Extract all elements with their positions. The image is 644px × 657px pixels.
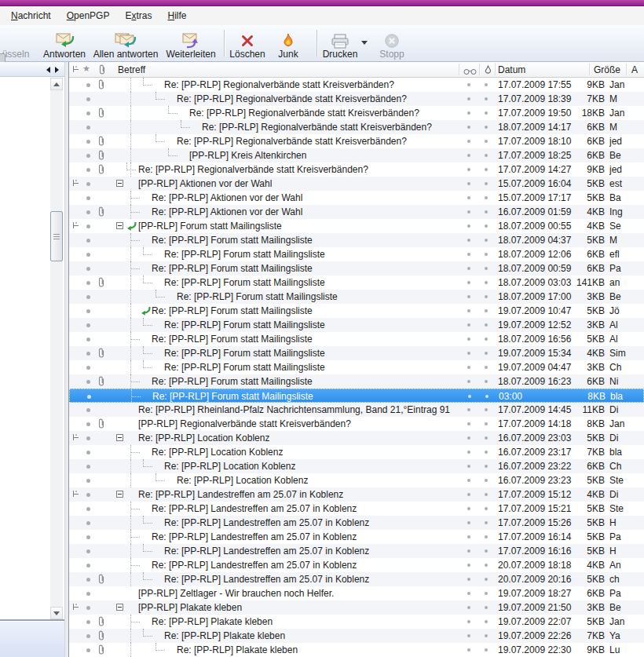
toolbar-button-antworten[interactable]: Antworten (39, 27, 90, 60)
thread-collapse-toggle[interactable] (116, 491, 123, 498)
message-size: 7KB (550, 447, 605, 458)
message-row[interactable]: Re: [PP-RLP] Forum statt Mailingsliste18… (69, 261, 644, 276)
message-row[interactable]: Re: [PP-RLP] Regionalverbände statt Krei… (69, 106, 644, 120)
message-row[interactable]: Re: [PP-RLP] Landestreffen am 25.07 in K… (69, 544, 644, 558)
unread-indicator-dot (86, 634, 90, 638)
message-row[interactable]: Re: [PP-RLP] Landestreffen am 25.07 in K… (69, 487, 644, 502)
message-row[interactable]: [PP-RLP] Plakate kleben19.07.2009 21:503… (69, 600, 644, 615)
read-column-dot (467, 451, 470, 454)
message-row[interactable]: Re: [PP-RLP] Location Koblenz16.07.2009 … (69, 459, 644, 473)
message-row[interactable]: Re: [PP-RLP] Location Koblenz16.07.2009 … (69, 431, 644, 445)
message-row[interactable]: Re: [PP-RLP] Landestreffen am 25.07 in K… (69, 516, 644, 530)
star-icon[interactable]: ★ (82, 64, 90, 74)
thread-connector-icon (143, 459, 152, 467)
message-row[interactable]: Re: [PP-RLP] Forum statt Mailingsliste18… (69, 233, 644, 247)
toolbar-button-drucken[interactable]: Drucken (319, 27, 361, 60)
message-subject: Re: [PP-RLP] Forum statt Mailingsliste (164, 319, 325, 330)
thread-collapse-toggle[interactable] (116, 180, 123, 187)
message-row[interactable]: [PP-RLP] Zeltlager - Wir brauchen noch H… (69, 586, 644, 600)
thread-collapse-toggle[interactable] (116, 222, 123, 229)
message-row[interactable]: Re: [PP-RLP] Forum statt Mailingsliste19… (69, 346, 644, 360)
message-row[interactable]: Re: [PP-RLP] Forum statt Mailingsliste18… (69, 374, 644, 389)
menu-hilfe[interactable]: Hilfe (159, 8, 194, 24)
message-sender: Jan (609, 418, 644, 429)
message-row[interactable]: [PP-RLP] Regionalverbände statt Kreisver… (69, 417, 644, 431)
read-glasses-icon[interactable] (463, 67, 477, 78)
menu-nachricht[interactable]: Nachricht (3, 8, 59, 24)
attachment-icon[interactable] (98, 64, 106, 78)
toolbar-button-l-schen[interactable]: Löschen (228, 27, 267, 60)
message-row[interactable]: Re: [PP-RLP] Location Koblenz16.07.2009 … (69, 473, 644, 487)
message-row[interactable]: Re: [PP-RLP] Regionalverbände statt Krei… (69, 78, 644, 92)
thread-line (130, 78, 131, 92)
read-column-dot (467, 564, 470, 567)
message-row[interactable]: [PP-RLP] Aktionen vor der Wahl15.07.2009… (69, 177, 644, 191)
message-row[interactable]: Re: [PP-RLP] Landestreffen am 25.07 in K… (69, 502, 644, 516)
junk-column-dot (485, 154, 488, 157)
toolbar-button-allen-antworten[interactable]: Allen antworten (90, 27, 162, 60)
message-subject: Re: [PP-RLP] Location Koblenz (164, 461, 295, 472)
message-sender: an (609, 277, 644, 288)
unread-indicator-dot (86, 451, 90, 454)
print-dropdown-caret[interactable] (361, 41, 368, 45)
toolbar-button-junk[interactable]: Junk (273, 27, 303, 60)
message-row[interactable]: Re: [PP-RLP] Forum statt Mailingsliste19… (69, 360, 644, 374)
thread-collapse-toggle[interactable] (116, 434, 123, 441)
message-row[interactable]: Re: [PP-RLP] Regionalverbände statt Krei… (69, 162, 644, 177)
message-row[interactable]: Re: [PP-RLP] Forum statt Mailingsliste18… (69, 290, 644, 304)
thread-icon[interactable] (71, 65, 80, 76)
message-row-selected[interactable]: Re: [PP-RLP] Forum statt Mailingsliste03… (69, 389, 644, 403)
message-row[interactable]: Re: [PP-RLP] Forum statt Mailingsliste19… (69, 318, 644, 332)
message-size: 8KB (551, 391, 606, 402)
junk-column-dot (485, 648, 488, 652)
column-absender[interactable]: A (631, 64, 638, 75)
message-sender: Al (609, 319, 644, 330)
toolbar-button--sseln[interactable]: üsseln (0, 27, 38, 60)
toolbar-button-stopp[interactable]: Stopp (375, 27, 409, 60)
message-row[interactable]: Re: [PP-RLP] Landestreffen am 25.07 in K… (69, 572, 644, 586)
message-row[interactable]: Re: [PP-RLP] Forum statt Mailingsliste18… (69, 332, 644, 346)
message-row[interactable]: Re: [PP-RLP] Rheinland-Pfalz Nachrichten… (69, 403, 644, 417)
unread-indicator-dot (86, 309, 90, 313)
message-row[interactable]: Re: [PP-RLP] Plakate kleben19.07.2009 22… (69, 615, 644, 629)
message-row[interactable]: Re: [PP-RLP] Forum statt Mailingsliste19… (69, 304, 644, 318)
message-row[interactable]: Re: [PP-RLP] Landestreffen am 25.07 in K… (69, 558, 644, 572)
message-row[interactable]: Re: [PP-RLP] Regionalverbände statt Krei… (69, 120, 644, 134)
toolbar-button-weiterleiten[interactable]: Weiterleiten (162, 27, 220, 60)
message-row[interactable]: [PP-RLP] Kreis Altenkirchen17.07.2009 18… (69, 148, 644, 162)
message-row[interactable]: Re: [PP-RLP] Aktionen vor der Wahl16.07.… (69, 205, 644, 219)
message-row[interactable]: Re: [PP-RLP] Plakate kleben19.07.2009 22… (69, 643, 644, 657)
message-size: 4KB (550, 221, 605, 232)
menu-openpgp[interactable]: OpenPGP (59, 8, 118, 24)
folder-pane-scrollbar[interactable] (50, 78, 63, 619)
unread-indicator-dot (86, 436, 90, 440)
message-row[interactable]: Re: [PP-RLP] Aktionen vor der Wahl15.07.… (69, 191, 644, 205)
junk-column-dot (485, 422, 488, 425)
read-column-dot (467, 295, 470, 298)
message-row[interactable]: Re: [PP-RLP] Regionalverbände statt Krei… (69, 134, 644, 148)
column-groesse[interactable]: Größe (594, 64, 620, 75)
message-row[interactable]: Re: [PP-RLP] Forum statt Mailingsliste18… (69, 276, 644, 290)
scrollbar-thumb[interactable] (50, 211, 63, 261)
pane-expand-right-icon[interactable] (55, 67, 59, 73)
message-row[interactable]: Re: [PP-RLP] Plakate kleben19.07.2009 22… (69, 629, 644, 643)
thread-line (130, 276, 131, 290)
message-row[interactable]: [PP-RLP] Forum statt Mailingsliste18.07.… (69, 219, 644, 233)
thread-collapse-toggle[interactable] (116, 604, 123, 611)
thread-connector-icon (143, 346, 152, 354)
column-betreff[interactable]: Betreff (118, 64, 145, 75)
message-row[interactable]: Re: [PP-RLP] Forum statt Mailingsliste18… (69, 247, 644, 261)
pane-collapse-left-icon[interactable] (46, 67, 50, 73)
message-row[interactable]: Re: [PP-RLP] Location Koblenz16.07.2009 … (69, 445, 644, 459)
menu-extras[interactable]: Extras (117, 8, 159, 24)
message-size: 3KB (550, 602, 605, 613)
thread-root-icon (71, 433, 80, 444)
column-datum[interactable]: Datum (498, 64, 525, 75)
scrollbar-down-button[interactable] (50, 607, 63, 619)
scrollbar-up-button[interactable] (50, 78, 63, 90)
message-row[interactable]: Re: [PP-RLP] Regionalverbände statt Krei… (69, 92, 644, 106)
junk-flame-icon[interactable] (484, 65, 492, 78)
junk-column-dot (485, 239, 488, 242)
unread-indicator-dot (86, 366, 90, 370)
message-row[interactable]: Re: [PP-RLP] Landestreffen am 25.07 in K… (69, 530, 644, 544)
